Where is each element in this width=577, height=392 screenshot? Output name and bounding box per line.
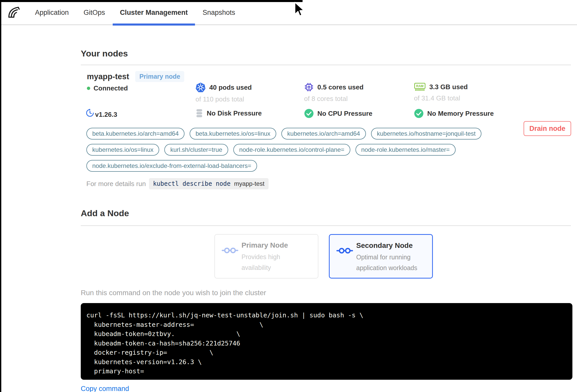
- memory-used-label: 3.3 GB used: [429, 83, 468, 91]
- secondary-node-card-desc: Optimal for running application workload…: [356, 252, 417, 273]
- code-line: kubernetes-version=v1.26.3 \: [86, 358, 572, 367]
- stat-pods: 40 pods used of 110 pods total: [195, 82, 252, 103]
- copy-command-link[interactable]: Copy command: [81, 385, 129, 392]
- memory-total-label: of 31.4 GB total: [414, 94, 468, 102]
- node-details-hint: For more details run kubectl describe no…: [86, 178, 269, 189]
- node-label-tag: kubernetes.io/os=linux: [86, 144, 159, 156]
- node-label-tag: kubernetes.io/hostname=jonquil-test: [371, 128, 481, 140]
- your-nodes-heading: Your nodes: [81, 49, 128, 59]
- kubectl-command: kubectl describe node: [153, 180, 230, 187]
- node-status: Connected: [87, 84, 128, 92]
- node-label-tag: node-role.kubernetes.io/control-plane=: [233, 144, 350, 156]
- condition-cpu: No CPU Pressure: [304, 109, 372, 118]
- pods-total-label: of 110 pods total: [195, 95, 252, 103]
- code-line: docker-registry-ip= \: [86, 348, 572, 358]
- details-prefix: For more details run: [86, 180, 146, 188]
- check-circle-icon: [304, 109, 314, 118]
- primary-node-card[interactable]: Primary Node Provides high availability: [214, 234, 318, 279]
- secondary-node-card-title: Secondary Node: [356, 241, 413, 250]
- top-navigation: Application GitOps Cluster Management Sn…: [0, 0, 577, 25]
- disk-database-icon: [195, 109, 203, 118]
- memory-pressure-label: No Memory Pressure: [427, 110, 494, 118]
- primary-node-card-title: Primary Node: [241, 241, 288, 249]
- node-name-row: myapp-test Primary node: [87, 71, 184, 82]
- condition-disk: No Disk Pressure: [195, 109, 262, 118]
- tab-application[interactable]: Application: [35, 0, 69, 25]
- cores-total-label: of 8 cores total: [304, 95, 364, 103]
- tab-gitops[interactable]: GitOps: [84, 0, 105, 25]
- node-label-tag: beta.kubernetes.io/os=linux: [190, 128, 276, 140]
- replicated-logo-icon: [7, 5, 21, 19]
- status-dot-icon: [87, 87, 90, 90]
- node-label-tag: node-role.kubernetes.io/master=: [355, 144, 456, 156]
- status-label: Connected: [94, 84, 128, 92]
- disk-pressure-label: No Disk Pressure: [207, 109, 262, 117]
- cpu-chip-icon: [304, 82, 314, 92]
- node-labels: beta.kubernetes.io/arch=amd64 beta.kuber…: [86, 128, 523, 172]
- code-line: curl -fsSL https://kurl.sh/jq-new-test-u…: [86, 311, 572, 320]
- node-link-icon: [222, 246, 238, 255]
- node-label-tag: node.kubernetes.io/exclude-from-external…: [86, 160, 257, 172]
- node-label-tag: beta.kubernetes.io/arch=amd64: [86, 128, 184, 140]
- check-circle-icon: [414, 109, 424, 118]
- divider: [81, 225, 571, 226]
- node-name: myapp-test: [87, 72, 129, 81]
- stat-memory: RAM 3.3 GB used of 31.4 GB total: [414, 82, 468, 102]
- pods-used-label: 40 pods used: [209, 84, 252, 91]
- tab-snapshots[interactable]: Snapshots: [203, 0, 235, 25]
- node-link-icon: [336, 246, 353, 255]
- screen-edge-left: [0, 0, 1, 392]
- screen-edge-top: [0, 0, 303, 2]
- kubectl-command-chip: kubectl describe node myapp-test: [149, 178, 269, 189]
- primary-node-card-desc: Provides high availability: [241, 251, 280, 273]
- code-line: kubernetes-master-address= \: [86, 320, 572, 330]
- join-command-codeblock: curl -fsSL https://kurl.sh/jq-new-test-u…: [81, 303, 572, 380]
- add-a-node-heading: Add a Node: [81, 208, 129, 218]
- node-label-tag: kubernetes.io/arch=amd64: [281, 128, 366, 140]
- join-instruction: Run this command on the node you wish to…: [81, 289, 266, 297]
- code-line: primary-host=: [86, 367, 572, 376]
- secondary-node-card[interactable]: Secondary Node Optimal for running appli…: [329, 234, 433, 279]
- mouse-cursor-icon: [293, 2, 305, 18]
- primary-node-badge: Primary node: [135, 71, 184, 82]
- stat-cores: 0.5 cores used of 8 cores total: [304, 82, 364, 103]
- node-label-tag: kurl.sh/cluster=true: [164, 144, 228, 156]
- cpu-pressure-label: No CPU Pressure: [317, 110, 372, 118]
- drain-node-button[interactable]: Drain node: [524, 121, 571, 136]
- kubernetes-icon: [195, 82, 206, 93]
- divider: [81, 65, 571, 65]
- version-label: v1.26.3: [95, 111, 117, 119]
- ram-icon: RAM: [414, 82, 426, 91]
- code-line: kubeadm-token-ca-hash=sha256:221d25746: [86, 339, 572, 348]
- version-update-icon: [85, 108, 95, 118]
- node-version: v1.26.3: [85, 108, 117, 118]
- condition-memory: No Memory Pressure: [414, 109, 494, 118]
- svg-text:RAM: RAM: [416, 84, 424, 88]
- nav-tabs: Application GitOps Cluster Management Sn…: [35, 0, 235, 25]
- tab-cluster-management[interactable]: Cluster Management: [120, 0, 188, 25]
- code-line: kubeadm-token=0ztbvy. \: [86, 329, 572, 339]
- kubectl-node-name: myapp-test: [234, 180, 264, 187]
- cores-used-label: 0.5 cores used: [317, 83, 364, 91]
